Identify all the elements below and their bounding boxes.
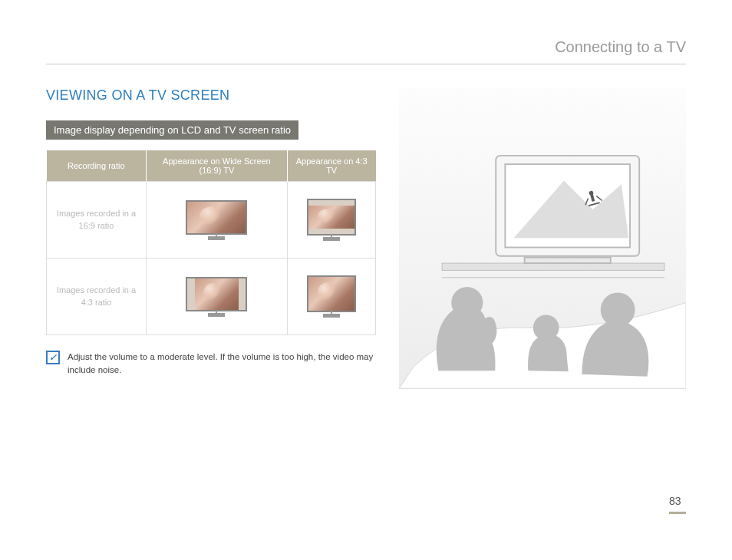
svg-point-11: [451, 287, 483, 318]
page-number: 83: [669, 495, 686, 514]
table-row: Images recorded in a 4:3 ratio: [47, 259, 376, 335]
table-header-wide: Appearance on Wide Screen (16:9) TV: [147, 150, 288, 182]
row-label-169: Images recorded in a 16:9 ratio: [47, 182, 147, 259]
chapter-title: Connecting to a TV: [46, 38, 686, 64]
section-title: VIEWING ON A TV SCREEN: [46, 87, 376, 104]
subsection-title: Image display depending on LCD and TV sc…: [46, 120, 298, 140]
living-room-illustration: [399, 87, 686, 389]
table-header-recording-ratio: Recording ratio: [47, 150, 147, 182]
note: ✓ Adjust the volume to a moderate level.…: [46, 351, 376, 377]
svg-rect-1: [442, 263, 664, 270]
svg-rect-5: [525, 258, 611, 263]
cell-169-on-43: [287, 182, 375, 259]
table-header-43: Appearance on 4:3 TV: [287, 150, 375, 182]
cell-43-on-43: [287, 259, 375, 335]
note-icon: ✓: [46, 351, 60, 364]
ratio-table: Recording ratio Appearance on Wide Scree…: [46, 150, 376, 335]
row-label-43: Images recorded in a 4:3 ratio: [47, 259, 147, 335]
cell-43-on-wide: [147, 259, 288, 335]
cell-169-on-wide: [147, 182, 288, 259]
table-row: Images recorded in a 16:9 ratio: [47, 182, 376, 259]
note-text: Adjust the volume to a moderate level. I…: [68, 351, 376, 377]
